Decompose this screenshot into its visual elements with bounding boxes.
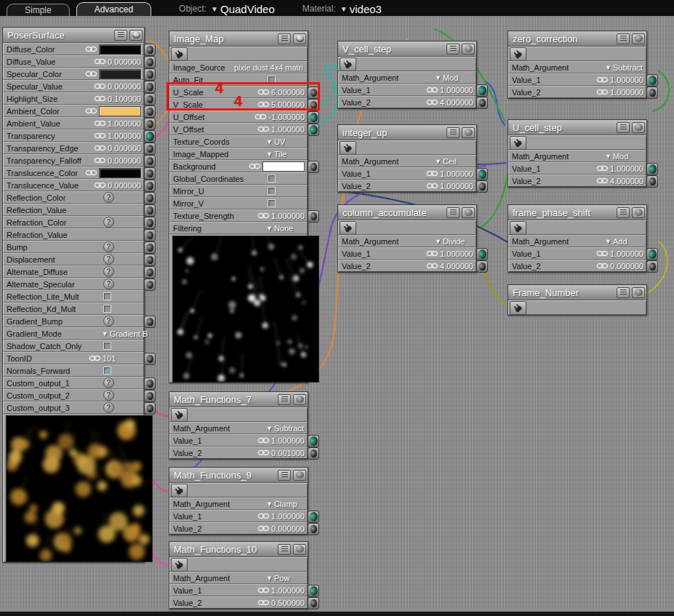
question-button[interactable]: ?: [103, 279, 114, 289]
param-value[interactable]: 1.000000: [271, 212, 305, 220]
param-value[interactable]: 1.000000: [610, 249, 643, 258]
output-plug-button[interactable]: [171, 484, 188, 497]
question-button[interactable]: ?: [103, 316, 114, 327]
question-button[interactable]: ?: [103, 217, 114, 228]
output-plug-button[interactable]: [340, 141, 356, 155]
connector-nub[interactable]: [646, 248, 658, 260]
output-plug-button[interactable]: [510, 136, 526, 150]
dropdown[interactable]: ▼UV: [266, 137, 285, 146]
checkbox[interactable]: ✓: [103, 367, 111, 375]
param-value[interactable]: 1.000000: [610, 164, 643, 173]
connector-nub[interactable]: [144, 402, 156, 415]
link-chain-icon[interactable]: [94, 182, 106, 188]
object-dropdown-arrow-icon[interactable]: ▼: [211, 5, 218, 13]
preview-toggle-button[interactable]: [293, 470, 306, 481]
connector-nub[interactable]: [308, 511, 319, 523]
link-chain-icon[interactable]: [257, 101, 270, 108]
node-menu-button[interactable]: [617, 122, 630, 133]
param-value[interactable]: 1.000000: [440, 86, 473, 95]
connector-nub[interactable]: [144, 377, 156, 390]
param-value[interactable]: 1.000000: [271, 586, 305, 595]
connector-nub[interactable]: [144, 390, 156, 402]
checkbox[interactable]: [103, 292, 111, 300]
output-plug-button[interactable]: [340, 221, 356, 235]
node-header-posersurface[interactable]: PoserSurface: [3, 28, 144, 43]
preview-toggle-button[interactable]: [462, 127, 475, 138]
connector-nub[interactable]: [144, 105, 156, 118]
connector-nub[interactable]: [308, 597, 319, 609]
param-value[interactable]: 0.000000: [108, 144, 141, 153]
connector-nub[interactable]: [476, 248, 488, 260]
link-chain-icon[interactable]: [249, 163, 261, 169]
output-plug-button[interactable]: [171, 558, 188, 572]
checkbox[interactable]: [268, 76, 276, 84]
node-header-math-functions-10[interactable]: Math_Functions_10: [169, 542, 308, 557]
connector-nub[interactable]: [144, 279, 156, 291]
param-value[interactable]: -1.000000: [268, 113, 305, 121]
question-button[interactable]: ?: [103, 377, 114, 388]
tab-advanced[interactable]: Advanced: [76, 2, 151, 16]
node-menu-button[interactable]: [617, 33, 630, 44]
param-value[interactable]: 4.000000: [440, 262, 473, 271]
dropdown[interactable]: ▼Mod: [435, 73, 458, 82]
link-chain-icon[interactable]: [426, 99, 438, 105]
node-header-integer-up[interactable]: integer_up: [338, 125, 476, 140]
preview-toggle-button[interactable]: [462, 207, 475, 218]
connector-nub[interactable]: [308, 447, 319, 460]
connector-nub[interactable]: [476, 84, 488, 97]
link-chain-icon[interactable]: [94, 120, 106, 127]
link-chain-icon[interactable]: [254, 113, 267, 120]
preview-toggle-button[interactable]: [293, 394, 306, 405]
connector-nub[interactable]: [308, 124, 319, 136]
dropdown[interactable]: ▼Divide: [435, 237, 465, 246]
param-value[interactable]: 1.000000: [271, 436, 305, 445]
connector-nub[interactable]: [476, 97, 488, 109]
preview-toggle-button[interactable]: [632, 287, 645, 298]
checkbox[interactable]: [268, 175, 276, 183]
connector-nub[interactable]: [646, 175, 658, 188]
link-chain-icon[interactable]: [94, 58, 106, 65]
dropdown[interactable]: ▼Mod: [605, 152, 628, 161]
connector-nub[interactable]: [308, 210, 319, 223]
preview-toggle-button[interactable]: [129, 30, 143, 41]
link-chain-icon[interactable]: [257, 212, 270, 219]
connector-nub[interactable]: [144, 68, 156, 81]
link-chain-icon[interactable]: [257, 126, 270, 132]
connector-nub[interactable]: [308, 87, 319, 99]
connector-nub[interactable]: [646, 87, 658, 99]
node-header-math-functions-7[interactable]: Math_Functions_7: [169, 392, 308, 407]
node-header-frame-phase-shift[interactable]: frame_phase_shift: [508, 205, 646, 220]
connector-nub[interactable]: [144, 56, 156, 68]
link-chain-icon[interactable]: [257, 89, 270, 95]
link-chain-icon[interactable]: [426, 263, 438, 269]
dropdown[interactable]: ▼Subtract: [605, 63, 643, 72]
preview-toggle-button[interactable]: [293, 33, 306, 44]
preview-toggle-button[interactable]: [632, 33, 645, 44]
param-value[interactable]: 1.000000: [271, 125, 305, 134]
link-chain-icon[interactable]: [94, 145, 106, 151]
link-chain-icon[interactable]: [596, 89, 609, 95]
connector-nub[interactable]: [476, 180, 488, 193]
color-swatch[interactable]: [262, 161, 305, 172]
connector-nub[interactable]: [144, 180, 156, 192]
param-value[interactable]: 0.001000: [271, 449, 305, 457]
node-menu-button[interactable]: [278, 544, 291, 555]
color-swatch[interactable]: [99, 44, 141, 55]
checkbox[interactable]: [103, 305, 111, 313]
connector-nub[interactable]: [144, 118, 156, 130]
connector-nub[interactable]: [144, 204, 156, 217]
link-chain-icon[interactable]: [596, 250, 609, 257]
link-chain-icon[interactable]: [426, 170, 438, 177]
link-chain-icon[interactable]: [257, 437, 270, 444]
node-header-frame-number[interactable]: Frame_Number: [508, 285, 646, 300]
dropdown[interactable]: ▼Add: [605, 237, 627, 246]
material-dropdown-arrow-icon[interactable]: ▼: [340, 5, 348, 13]
param-value[interactable]: 1.000000: [440, 169, 473, 178]
link-chain-icon[interactable]: [257, 449, 270, 456]
question-button[interactable]: ?: [103, 241, 114, 252]
connector-nub[interactable]: [144, 93, 156, 105]
connector-nub[interactable]: [144, 143, 156, 155]
node-menu-button[interactable]: [446, 44, 460, 55]
link-chain-icon[interactable]: [596, 263, 609, 269]
output-plug-button[interactable]: [510, 301, 526, 315]
